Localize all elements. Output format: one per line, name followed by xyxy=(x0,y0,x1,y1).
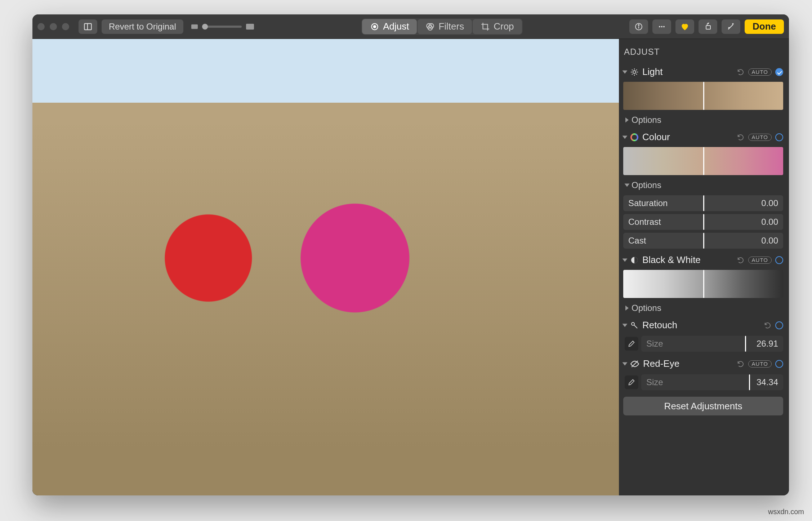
bw-enable-toggle[interactable] xyxy=(775,256,783,264)
minimize-window-button[interactable] xyxy=(50,23,57,30)
zoom-out-thumb-icon xyxy=(191,23,198,30)
fullscreen-window-button[interactable] xyxy=(62,23,69,30)
svg-line-24 xyxy=(632,74,633,75)
section-redeye-header[interactable]: Red-Eye AUTO xyxy=(621,355,785,372)
contrast-slider[interactable]: Contrast 0.00 xyxy=(623,214,783,230)
sidebar-title: ADJUST xyxy=(619,39,789,63)
svg-point-12 xyxy=(659,26,660,27)
auto-enhance-button[interactable] xyxy=(722,19,740,34)
tab-crop[interactable]: Crop xyxy=(473,19,522,34)
favorite-button[interactable] xyxy=(675,19,694,34)
tab-crop-label: Crop xyxy=(494,21,514,32)
contrast-label: Contrast xyxy=(628,217,661,227)
light-options-row[interactable]: Options xyxy=(621,113,785,129)
redeye-size-row: Size 34.34 xyxy=(623,374,783,390)
retouch-size-slider[interactable]: Size 26.91 xyxy=(641,336,783,352)
tab-adjust[interactable]: Adjust xyxy=(362,19,417,34)
disclosure-icon[interactable] xyxy=(625,117,629,123)
redeye-auto-button[interactable]: AUTO xyxy=(748,360,772,368)
photos-edit-window: Revert to Original Adjust Filt xyxy=(32,14,789,495)
reset-adjustments-button[interactable]: Reset Adjustments xyxy=(623,397,783,415)
reset-arrow-icon[interactable] xyxy=(737,360,745,368)
colour-enable-toggle[interactable] xyxy=(775,133,783,141)
redeye-size-slider[interactable]: Size 34.34 xyxy=(641,374,783,390)
disclosure-icon[interactable] xyxy=(625,306,629,311)
tab-filters-label: Filters xyxy=(438,21,464,32)
light-slider-strip[interactable] xyxy=(623,82,783,110)
reset-arrow-icon[interactable] xyxy=(737,256,745,264)
tab-filters[interactable]: Filters xyxy=(418,19,472,34)
info-button[interactable] xyxy=(629,19,648,34)
bw-auto-button[interactable]: AUTO xyxy=(748,257,772,264)
reset-arrow-icon[interactable] xyxy=(737,133,745,141)
reset-arrow-icon[interactable] xyxy=(764,321,772,329)
more-button[interactable] xyxy=(652,19,671,34)
saturation-label: Saturation xyxy=(628,198,668,208)
reset-adjustments-label: Reset Adjustments xyxy=(664,401,742,411)
redeye-enable-toggle[interactable] xyxy=(775,360,783,368)
sidebar-icon xyxy=(83,22,93,31)
cast-value: 0.00 xyxy=(761,236,778,246)
section-retouch-header[interactable]: Retouch xyxy=(621,317,785,334)
disclosure-icon[interactable] xyxy=(623,135,628,139)
bw-options-row[interactable]: Options xyxy=(621,301,785,317)
done-label: Done xyxy=(753,21,776,32)
revert-label: Revert to Original xyxy=(109,22,176,32)
magic-wand-icon xyxy=(726,22,736,31)
disclosure-icon[interactable] xyxy=(623,258,628,262)
photo-canvas[interactable] xyxy=(32,39,619,495)
section-redeye-label: Red-Eye xyxy=(643,358,679,369)
bw-icon xyxy=(630,256,639,264)
reset-arrow-icon[interactable] xyxy=(737,68,745,76)
retouch-size-value: 26.91 xyxy=(757,339,778,349)
zoom-slider[interactable] xyxy=(202,26,242,28)
section-light-label: Light xyxy=(642,66,662,77)
edit-mode-tabs: Adjust Filters Crop xyxy=(361,18,522,35)
saturation-value: 0.00 xyxy=(761,198,778,208)
svg-rect-15 xyxy=(706,26,710,29)
brush-icon xyxy=(628,378,635,386)
section-colour-header[interactable]: Colour AUTO xyxy=(621,129,785,146)
tab-adjust-label: Adjust xyxy=(383,21,409,32)
svg-point-16 xyxy=(633,71,636,74)
redeye-brush-button[interactable] xyxy=(625,375,638,389)
disclosure-icon[interactable] xyxy=(625,184,630,187)
adjust-sidebar: ADJUST Light AUTO Options xyxy=(619,39,789,495)
light-auto-button[interactable]: AUTO xyxy=(748,68,772,76)
watermark-text: wsxdn.com xyxy=(768,508,804,516)
done-button[interactable]: Done xyxy=(745,19,784,34)
section-light-header[interactable]: Light AUTO xyxy=(621,63,785,80)
section-colour-label: Colour xyxy=(642,132,670,143)
close-window-button[interactable] xyxy=(37,23,45,30)
sidebar-scroll[interactable]: Light AUTO Options Colour xyxy=(619,63,789,495)
disclosure-icon[interactable] xyxy=(623,70,628,74)
svg-point-25 xyxy=(631,134,638,141)
svg-line-23 xyxy=(636,70,637,70)
retouch-icon xyxy=(630,321,639,330)
colour-options-row[interactable]: Options xyxy=(621,178,785,194)
disclosure-icon[interactable] xyxy=(623,324,628,327)
svg-point-5 xyxy=(374,25,376,28)
crop-icon xyxy=(481,22,490,31)
saturation-slider[interactable]: Saturation 0.00 xyxy=(623,195,783,211)
bw-options-label: Options xyxy=(632,303,661,313)
retouch-enable-toggle[interactable] xyxy=(775,321,783,329)
bw-slider-strip[interactable] xyxy=(623,270,783,298)
svg-line-22 xyxy=(636,74,637,75)
colour-wheel-icon xyxy=(630,133,639,142)
rotate-button[interactable] xyxy=(699,19,717,34)
disclosure-icon[interactable] xyxy=(623,362,628,365)
retouch-size-label: Size xyxy=(646,339,663,349)
zoom-in-thumb-icon xyxy=(245,23,255,30)
retouch-brush-button[interactable] xyxy=(625,337,638,351)
colour-auto-button[interactable]: AUTO xyxy=(748,134,772,141)
colour-slider-strip[interactable] xyxy=(623,147,783,175)
cast-slider[interactable]: Cast 0.00 xyxy=(623,233,783,249)
svg-rect-2 xyxy=(191,24,198,29)
light-enable-toggle[interactable] xyxy=(775,68,783,76)
zoom-control[interactable] xyxy=(191,23,255,30)
sidebar-toggle-button[interactable] xyxy=(79,19,97,34)
svg-point-11 xyxy=(638,25,639,25)
revert-to-original-button[interactable]: Revert to Original xyxy=(102,19,183,34)
section-bw-header[interactable]: Black & White AUTO xyxy=(621,251,785,268)
